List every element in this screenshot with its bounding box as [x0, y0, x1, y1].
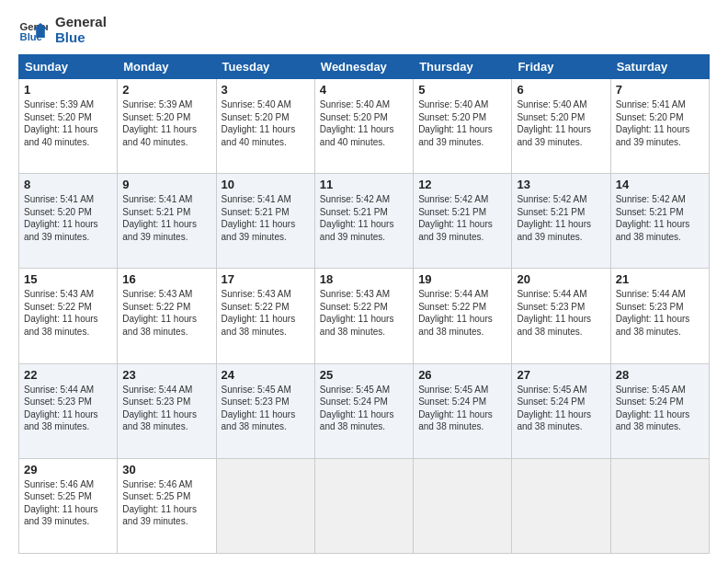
- calendar-week-1: 1Sunrise: 5:39 AM Sunset: 5:20 PM Daylig…: [19, 79, 710, 174]
- cell-info: Sunrise: 5:42 AM Sunset: 5:21 PM Dayligh…: [320, 193, 408, 243]
- calendar-week-3: 15Sunrise: 5:43 AM Sunset: 5:22 PM Dayli…: [19, 269, 710, 363]
- day-number: 28: [616, 368, 704, 382]
- cell-info: Sunrise: 5:45 AM Sunset: 5:24 PM Dayligh…: [418, 384, 506, 433]
- calendar-cell: 21Sunrise: 5:44 AM Sunset: 5:23 PM Dayli…: [610, 269, 709, 363]
- day-number: 20: [517, 272, 605, 286]
- day-number: 24: [222, 368, 310, 382]
- cell-info: Sunrise: 5:42 AM Sunset: 5:21 PM Dayligh…: [517, 193, 605, 243]
- day-number: 11: [320, 178, 408, 191]
- day-number: 10: [222, 178, 310, 191]
- cell-info: Sunrise: 5:41 AM Sunset: 5:20 PM Dayligh…: [616, 98, 704, 148]
- col-header-tuesday: Tuesday: [216, 55, 314, 79]
- calendar-week-4: 22Sunrise: 5:44 AM Sunset: 5:23 PM Dayli…: [19, 363, 710, 458]
- day-number: 8: [24, 178, 112, 191]
- day-number: 27: [517, 368, 605, 382]
- day-number: 4: [320, 83, 408, 97]
- day-number: 5: [418, 83, 506, 97]
- col-header-monday: Monday: [118, 55, 216, 79]
- day-number: 1: [24, 83, 112, 97]
- cell-info: Sunrise: 5:44 AM Sunset: 5:22 PM Dayligh…: [418, 288, 506, 338]
- calendar-cell: 11Sunrise: 5:42 AM Sunset: 5:21 PM Dayli…: [314, 174, 413, 269]
- calendar-cell: 8Sunrise: 5:41 AM Sunset: 5:20 PM Daylig…: [19, 174, 118, 269]
- calendar-cell: 9Sunrise: 5:41 AM Sunset: 5:21 PM Daylig…: [118, 174, 216, 269]
- cell-info: Sunrise: 5:40 AM Sunset: 5:20 PM Dayligh…: [418, 98, 506, 148]
- calendar-week-2: 8Sunrise: 5:41 AM Sunset: 5:20 PM Daylig…: [19, 174, 710, 269]
- cell-info: Sunrise: 5:45 AM Sunset: 5:24 PM Dayligh…: [616, 384, 704, 433]
- day-number: 9: [122, 178, 210, 191]
- cell-info: Sunrise: 5:45 AM Sunset: 5:24 PM Dayligh…: [320, 384, 408, 433]
- calendar-cell: 5Sunrise: 5:40 AM Sunset: 5:20 PM Daylig…: [414, 79, 512, 174]
- calendar-cell: 29Sunrise: 5:46 AM Sunset: 5:25 PM Dayli…: [19, 458, 118, 553]
- day-number: 2: [122, 83, 210, 97]
- calendar-cell: 28Sunrise: 5:45 AM Sunset: 5:24 PM Dayli…: [610, 363, 709, 458]
- calendar-cell: 16Sunrise: 5:43 AM Sunset: 5:22 PM Dayli…: [118, 269, 216, 363]
- cell-info: Sunrise: 5:39 AM Sunset: 5:20 PM Dayligh…: [122, 98, 210, 148]
- calendar-cell: 26Sunrise: 5:45 AM Sunset: 5:24 PM Dayli…: [414, 363, 512, 458]
- logo-icon: General Blue: [18, 16, 48, 45]
- calendar-cell: 14Sunrise: 5:42 AM Sunset: 5:21 PM Dayli…: [610, 174, 709, 269]
- cell-info: Sunrise: 5:40 AM Sunset: 5:20 PM Dayligh…: [222, 98, 310, 148]
- cell-info: Sunrise: 5:44 AM Sunset: 5:23 PM Dayligh…: [122, 384, 210, 433]
- col-header-saturday: Saturday: [610, 55, 709, 79]
- cell-info: Sunrise: 5:45 AM Sunset: 5:24 PM Dayligh…: [517, 384, 605, 433]
- calendar-cell: 22Sunrise: 5:44 AM Sunset: 5:23 PM Dayli…: [19, 363, 118, 458]
- logo-blue: Blue: [55, 30, 107, 46]
- day-number: 22: [24, 368, 112, 382]
- calendar-cell: 10Sunrise: 5:41 AM Sunset: 5:21 PM Dayli…: [216, 174, 314, 269]
- calendar-cell: 3Sunrise: 5:40 AM Sunset: 5:20 PM Daylig…: [216, 79, 314, 174]
- calendar-cell: 25Sunrise: 5:45 AM Sunset: 5:24 PM Dayli…: [314, 363, 413, 458]
- cell-info: Sunrise: 5:41 AM Sunset: 5:20 PM Dayligh…: [24, 193, 112, 243]
- day-number: 7: [616, 83, 704, 97]
- calendar-cell: 30Sunrise: 5:46 AM Sunset: 5:25 PM Dayli…: [118, 458, 216, 553]
- calendar-cell: 15Sunrise: 5:43 AM Sunset: 5:22 PM Dayli…: [19, 269, 118, 363]
- cell-info: Sunrise: 5:44 AM Sunset: 5:23 PM Dayligh…: [24, 384, 112, 433]
- header: General Blue General Blue: [18, 15, 710, 45]
- calendar-cell: 13Sunrise: 5:42 AM Sunset: 5:21 PM Dayli…: [512, 174, 610, 269]
- col-header-sunday: Sunday: [19, 55, 118, 79]
- cell-info: Sunrise: 5:46 AM Sunset: 5:25 PM Dayligh…: [24, 478, 112, 528]
- calendar-cell: 1Sunrise: 5:39 AM Sunset: 5:20 PM Daylig…: [19, 79, 118, 174]
- cell-info: Sunrise: 5:46 AM Sunset: 5:25 PM Dayligh…: [122, 478, 210, 528]
- day-number: 15: [24, 272, 112, 286]
- cell-info: Sunrise: 5:42 AM Sunset: 5:21 PM Dayligh…: [616, 193, 704, 243]
- cell-info: Sunrise: 5:43 AM Sunset: 5:22 PM Dayligh…: [222, 288, 310, 338]
- day-number: 30: [122, 463, 210, 477]
- calendar-cell: [314, 458, 413, 553]
- calendar-cell: [216, 458, 314, 553]
- cell-info: Sunrise: 5:44 AM Sunset: 5:23 PM Dayligh…: [517, 288, 605, 338]
- cell-info: Sunrise: 5:41 AM Sunset: 5:21 PM Dayligh…: [222, 193, 310, 243]
- day-number: 14: [616, 178, 704, 191]
- col-header-wednesday: Wednesday: [314, 55, 413, 79]
- cell-info: Sunrise: 5:40 AM Sunset: 5:20 PM Dayligh…: [320, 98, 408, 148]
- col-header-friday: Friday: [512, 55, 610, 79]
- calendar-header-row: SundayMondayTuesdayWednesdayThursdayFrid…: [19, 55, 710, 79]
- day-number: 26: [418, 368, 506, 382]
- cell-info: Sunrise: 5:42 AM Sunset: 5:21 PM Dayligh…: [418, 193, 506, 243]
- calendar-week-5: 29Sunrise: 5:46 AM Sunset: 5:25 PM Dayli…: [19, 458, 710, 553]
- day-number: 18: [320, 272, 408, 286]
- day-number: 21: [616, 272, 704, 286]
- col-header-thursday: Thursday: [414, 55, 512, 79]
- calendar-cell: 18Sunrise: 5:43 AM Sunset: 5:22 PM Dayli…: [314, 269, 413, 363]
- calendar-cell: 12Sunrise: 5:42 AM Sunset: 5:21 PM Dayli…: [414, 174, 512, 269]
- day-number: 6: [517, 83, 605, 97]
- day-number: 13: [517, 178, 605, 191]
- calendar-cell: [512, 458, 610, 553]
- logo: General Blue General Blue: [18, 15, 107, 45]
- calendar-cell: 19Sunrise: 5:44 AM Sunset: 5:22 PM Dayli…: [414, 269, 512, 363]
- day-number: 19: [418, 272, 506, 286]
- calendar-cell: 24Sunrise: 5:45 AM Sunset: 5:23 PM Dayli…: [216, 363, 314, 458]
- cell-info: Sunrise: 5:39 AM Sunset: 5:20 PM Dayligh…: [24, 98, 112, 148]
- calendar-cell: 6Sunrise: 5:40 AM Sunset: 5:20 PM Daylig…: [512, 79, 610, 174]
- calendar-cell: [610, 458, 709, 553]
- calendar-cell: 4Sunrise: 5:40 AM Sunset: 5:20 PM Daylig…: [314, 79, 413, 174]
- calendar-cell: 27Sunrise: 5:45 AM Sunset: 5:24 PM Dayli…: [512, 363, 610, 458]
- day-number: 16: [122, 272, 210, 286]
- calendar-cell: 2Sunrise: 5:39 AM Sunset: 5:20 PM Daylig…: [118, 79, 216, 174]
- calendar-cell: 17Sunrise: 5:43 AM Sunset: 5:22 PM Dayli…: [216, 269, 314, 363]
- day-number: 17: [222, 272, 310, 286]
- day-number: 23: [122, 368, 210, 382]
- cell-info: Sunrise: 5:40 AM Sunset: 5:20 PM Dayligh…: [517, 98, 605, 148]
- day-number: 29: [24, 463, 112, 477]
- day-number: 12: [418, 178, 506, 191]
